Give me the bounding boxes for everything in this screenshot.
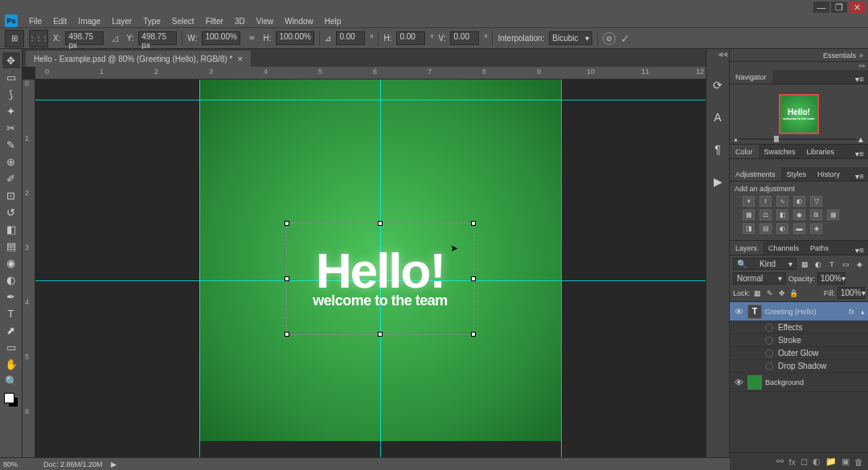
- status-menu-icon[interactable]: ▶: [111, 460, 117, 468]
- interpolation-select[interactable]: Bicubic▾: [549, 31, 592, 45]
- channels-tab[interactable]: Channels: [763, 241, 805, 255]
- lock-position-icon[interactable]: ✥: [777, 288, 787, 298]
- effect-outer-glow[interactable]: Outer Glow: [730, 347, 868, 360]
- guide-vertical[interactable]: [561, 80, 562, 470]
- layer-filter-select[interactable]: 🔍Kind▾: [733, 258, 796, 270]
- menu-window[interactable]: Window: [280, 15, 318, 27]
- vertical-ruler[interactable]: 0 1 2 3 4 5 6: [23, 80, 35, 470]
- new-layer-icon[interactable]: ▣: [841, 456, 850, 467]
- color-tab[interactable]: Color: [730, 145, 759, 158]
- curves-icon[interactable]: ∿: [776, 196, 788, 206]
- filter-adjust-icon[interactable]: ◐: [813, 259, 824, 269]
- zoom-out-icon[interactable]: ▲: [733, 137, 739, 142]
- guide-vertical[interactable]: [199, 80, 200, 470]
- skew-v-input[interactable]: 0.00: [450, 31, 479, 45]
- layer-style-icon[interactable]: fx: [788, 457, 796, 467]
- transform-reference-icon[interactable]: ⊞: [5, 30, 24, 47]
- panel-menu-button[interactable]: ▾≡: [851, 246, 868, 255]
- zoom-level[interactable]: 80%: [3, 460, 35, 468]
- panel-menu-button[interactable]: ▾≡: [851, 75, 868, 84]
- filter-pixel-icon[interactable]: ▦: [799, 259, 810, 269]
- menu-view[interactable]: View: [252, 15, 279, 27]
- transform-handle[interactable]: [471, 276, 476, 281]
- pen-tool[interactable]: ✒: [2, 288, 20, 304]
- menu-image[interactable]: Image: [73, 15, 105, 27]
- history-panel-icon[interactable]: ⟳: [709, 76, 727, 94]
- y-input[interactable]: 498.75 px: [138, 31, 177, 45]
- photo-filter-icon[interactable]: ◉: [793, 210, 805, 220]
- panel-menu-button[interactable]: ▾≡: [851, 149, 868, 158]
- layers-tab[interactable]: Layers: [730, 241, 763, 255]
- skew-h-input[interactable]: 0.00: [396, 31, 425, 45]
- effect-visibility[interactable]: [765, 337, 773, 345]
- menu-help[interactable]: Help: [320, 15, 346, 27]
- paragraph-panel-icon[interactable]: ¶: [709, 141, 727, 158]
- color-panel[interactable]: [730, 159, 868, 167]
- cancel-transform-button[interactable]: ⊘: [603, 32, 616, 45]
- visibility-toggle[interactable]: 👁: [733, 378, 744, 387]
- close-tab-button[interactable]: ×: [237, 54, 242, 63]
- document-tab[interactable]: Hello - Example.psd @ 80% (Greeting (Hel…: [26, 51, 251, 67]
- hue-icon[interactable]: ▦: [743, 210, 755, 220]
- angle-input[interactable]: 0.00: [336, 31, 365, 45]
- move-tool[interactable]: ✥: [2, 52, 20, 68]
- transform-handle[interactable]: [285, 276, 289, 281]
- navigator-thumbnail[interactable]: Hello! welcome to the team: [779, 94, 819, 134]
- expand-dock-button[interactable]: ◀◀: [718, 51, 729, 59]
- actions-panel-icon[interactable]: ▶: [709, 173, 727, 190]
- history-tab[interactable]: History: [812, 167, 845, 181]
- history-brush-tool[interactable]: ↺: [2, 204, 20, 220]
- layer-fx-indicator[interactable]: fx: [849, 308, 858, 316]
- color-balance-icon[interactable]: ⚖: [760, 210, 772, 220]
- eyedropper-tool[interactable]: ✎: [2, 137, 20, 153]
- magic-wand-tool[interactable]: ✦: [2, 103, 20, 119]
- opacity-input[interactable]: 100%▾: [817, 272, 845, 284]
- color-lookup-icon[interactable]: ▦: [827, 210, 839, 220]
- layer-thumbnail[interactable]: T: [747, 304, 762, 319]
- menu-file[interactable]: File: [24, 15, 47, 27]
- healing-tool[interactable]: ⊕: [2, 153, 20, 170]
- vibrance-icon[interactable]: ▽: [810, 196, 822, 206]
- brush-tool[interactable]: ✐: [2, 170, 20, 186]
- transform-handle[interactable]: [285, 221, 289, 226]
- navigator-tab[interactable]: Navigator: [730, 70, 772, 84]
- slider-knob[interactable]: [774, 136, 779, 142]
- menu-layer[interactable]: Layer: [107, 15, 137, 27]
- gradient-tool[interactable]: ▤: [2, 238, 20, 254]
- adjustment-layer-icon[interactable]: ◐: [813, 456, 821, 467]
- posterize-icon[interactable]: ▤: [760, 223, 772, 234]
- swatches-tab[interactable]: Swatches: [759, 145, 801, 158]
- commit-transform-button[interactable]: ✓: [620, 32, 630, 45]
- paths-tab[interactable]: Paths: [805, 241, 834, 255]
- levels-icon[interactable]: ⫴: [760, 196, 772, 206]
- maximize-button[interactable]: ❐: [831, 2, 847, 13]
- menu-edit[interactable]: Edit: [48, 15, 72, 27]
- lock-pixels-icon[interactable]: ✎: [765, 288, 775, 298]
- panel-menu-button[interactable]: ▾≡: [851, 172, 868, 181]
- zoom-tool[interactable]: 🔍: [2, 373, 20, 389]
- layer-name[interactable]: Background: [765, 378, 868, 386]
- delete-layer-icon[interactable]: 🗑: [854, 457, 863, 467]
- close-button[interactable]: ✕: [849, 2, 865, 13]
- panel-collapse-button[interactable]: ▸▸: [730, 62, 868, 70]
- navigator-panel[interactable]: Hello! welcome to the team ▲ ▲: [730, 84, 868, 145]
- x-input[interactable]: 498.75 px: [65, 31, 104, 45]
- marquee-tool[interactable]: ▭: [2, 69, 20, 85]
- blur-tool[interactable]: ◉: [2, 255, 20, 271]
- navigator-zoom-slider[interactable]: ▲ ▲: [733, 136, 865, 142]
- threshold-icon[interactable]: ◐: [776, 223, 788, 234]
- effect-stroke[interactable]: Stroke: [730, 334, 868, 347]
- channel-mixer-icon[interactable]: ⊞: [810, 210, 822, 220]
- transform-handle[interactable]: [471, 221, 476, 226]
- h-input[interactable]: 100.00%: [276, 31, 314, 45]
- transform-bounding-box[interactable]: Hello! welcome to the team: [286, 223, 474, 335]
- menu-filter[interactable]: Filter: [201, 15, 228, 27]
- lock-all-icon[interactable]: 🔒: [789, 288, 799, 298]
- effect-visibility[interactable]: [765, 349, 773, 358]
- bw-icon[interactable]: ◧: [776, 210, 788, 220]
- menu-select[interactable]: Select: [167, 15, 199, 27]
- blend-mode-select[interactable]: Normal▾: [733, 272, 786, 284]
- eraser-tool[interactable]: ◧: [2, 221, 20, 237]
- adjustments-tab[interactable]: Adjustments: [730, 167, 781, 181]
- hand-tool[interactable]: ✋: [2, 356, 20, 372]
